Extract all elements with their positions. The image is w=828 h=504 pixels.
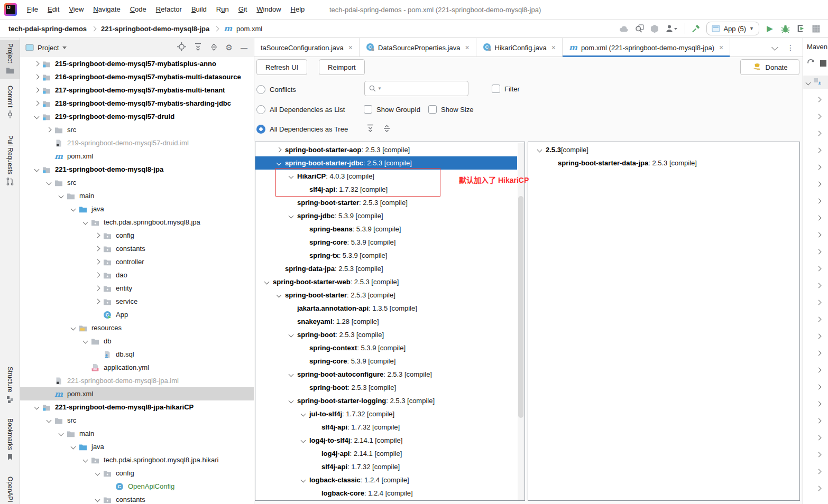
- menu-git[interactable]: Git: [234, 0, 252, 20]
- chevron-down-icon[interactable]: [284, 372, 297, 376]
- hexagon-plugin-icon[interactable]: [650, 24, 659, 33]
- chevron-right-icon[interactable]: [817, 197, 821, 204]
- chevron-right-icon[interactable]: [91, 247, 103, 250]
- dependency-row[interactable]: spring-boot : 2.5.3 [compile]: [255, 328, 517, 341]
- chevron-down-icon[interactable]: [67, 207, 79, 211]
- all-dependencies-as-list-radio[interactable]: All Dependencies as List: [256, 104, 345, 115]
- chevron-right-icon[interactable]: [817, 399, 821, 407]
- chevron-right-icon[interactable]: [91, 234, 103, 237]
- chevron-down-icon[interactable]: [533, 148, 546, 152]
- chevron-right-icon[interactable]: [31, 101, 42, 105]
- chevron-down-icon[interactable]: [272, 161, 285, 165]
- expand-all-icon[interactable]: [366, 124, 374, 134]
- chevron-right-icon[interactable]: [817, 146, 821, 154]
- dependency-search-field[interactable]: ▼: [364, 81, 468, 96]
- project-tree-row[interactable]: YMLapplication.yml: [20, 361, 254, 374]
- chevron-right-icon[interactable]: [817, 95, 821, 103]
- dependency-row[interactable]: spring-boot : 2.5.3 [compile]: [255, 381, 517, 394]
- project-tree-row[interactable]: db.sql: [20, 348, 254, 361]
- dependency-row[interactable]: spring-boot-starter-jdbc : 2.5.3 [compil…: [255, 156, 517, 170]
- chevron-right-icon[interactable]: [817, 315, 821, 323]
- project-tree-row[interactable]: mpom.xml: [20, 387, 254, 400]
- chevron-right-icon[interactable]: [91, 286, 103, 290]
- chevron-down-icon[interactable]: [91, 471, 103, 475]
- editor-tab[interactable]: CHikariConfig.java×: [476, 38, 563, 57]
- menu-refactor[interactable]: Refactor: [151, 0, 187, 20]
- dependency-row[interactable]: spring-context : 5.3.9 [compile]: [255, 341, 517, 354]
- project-tree-row[interactable]: src: [20, 414, 254, 427]
- chevron-right-icon[interactable]: [272, 148, 285, 152]
- menu-file[interactable]: File: [22, 0, 43, 20]
- build-hammer-icon[interactable]: [691, 24, 701, 33]
- dependency-row[interactable]: HikariCP : 4.0.3 [compile]: [255, 170, 517, 183]
- project-tree-row[interactable]: main: [20, 427, 254, 440]
- scrollbar-thumb[interactable]: [518, 196, 523, 418]
- project-view-chevron-icon[interactable]: [62, 46, 67, 49]
- dependency-row[interactable]: slf4j-api : 1.7.32 [compile]: [255, 421, 517, 434]
- dependency-row[interactable]: spring-data-jpa : 2.5.3 [compile]: [255, 262, 517, 275]
- close-tab-icon[interactable]: ×: [348, 43, 353, 52]
- chevron-down-icon[interactable]: [79, 220, 91, 224]
- breadcrumb-item[interactable]: pom.xml: [236, 25, 262, 33]
- project-tree-row[interactable]: main: [20, 189, 254, 202]
- sidebar-item-bookmarks[interactable]: Bookmarks: [0, 415, 20, 465]
- settings-gear-icon[interactable]: ⚙: [226, 43, 233, 52]
- editor-tab[interactable]: taSourceConfiguration.java×: [254, 38, 360, 57]
- chevron-down-icon[interactable]: [43, 418, 54, 422]
- dependency-row[interactable]: snakeyaml : 1.28 [compile]: [255, 315, 517, 328]
- all-dependencies-as-tree-radio[interactable]: All Dependencies as Tree: [256, 123, 348, 135]
- chevron-right-icon[interactable]: [817, 163, 821, 171]
- sidebar-item-commit[interactable]: Commit: [0, 82, 20, 123]
- chevron-right-icon[interactable]: [817, 112, 821, 120]
- menu-build[interactable]: Build: [187, 0, 211, 20]
- chevron-down-icon[interactable]: [297, 478, 309, 482]
- chevron-right-icon[interactable]: [817, 416, 821, 424]
- collapse-all-icon[interactable]: [210, 43, 218, 53]
- maven-root-item[interactable]: m: [803, 76, 828, 89]
- dependency-row[interactable]: spring-boot-starter-aop : 2.5.3 [compile…: [255, 143, 517, 156]
- project-tree-row[interactable]: 217-springboot-demo-mysql57-mybatis-mult…: [20, 83, 254, 97]
- chevron-down-icon[interactable]: [55, 194, 67, 198]
- hide-panel-icon[interactable]: —: [241, 44, 247, 52]
- project-tree-row[interactable]: dao: [20, 268, 254, 282]
- chevron-down-icon[interactable]: [31, 167, 42, 171]
- dependency-row[interactable]: logback-classic : 1.2.4 [compile]: [255, 473, 517, 487]
- dependency-row[interactable]: spring-tx : 5.3.9 [compile]: [255, 249, 517, 262]
- dependency-row[interactable]: log4j-to-slf4j : 2.14.1 [compile]: [255, 434, 517, 447]
- chevron-down-icon[interactable]: [67, 445, 79, 449]
- project-tree-row[interactable]: src: [20, 123, 254, 136]
- chevron-right-icon[interactable]: [817, 433, 821, 441]
- dependency-row[interactable]: log4j-api : 2.14.1 [compile]: [255, 447, 517, 460]
- dependency-row[interactable]: spring-boot-autoconfigure : 2.5.3 [compi…: [255, 368, 517, 381]
- close-tab-icon[interactable]: ×: [719, 43, 723, 52]
- usage-row[interactable]: 2.5.3 [compile]: [528, 143, 792, 156]
- stop-square-icon[interactable]: [820, 60, 826, 67]
- dependency-row[interactable]: spring-boot-starter : 2.5.3 [compile]: [255, 288, 517, 302]
- scrollbar-track[interactable]: [518, 143, 524, 500]
- breadcrumb-item[interactable]: 221-springboot-demo-mysql8-jpa: [101, 25, 209, 33]
- editor-tab[interactable]: mpom.xml (221-springboot-demo-mysql8-jpa…: [563, 38, 730, 57]
- refresh-ui-button[interactable]: Refresh UI: [256, 59, 307, 75]
- tab-options-kebab-icon[interactable]: ⋮: [787, 43, 794, 52]
- close-tab-icon[interactable]: ×: [551, 43, 556, 52]
- project-tree-row[interactable]: constants: [20, 493, 254, 504]
- project-tree-row[interactable]: resources: [20, 321, 254, 334]
- project-tree-row[interactable]: 221-springboot-demo-mysql8-jpa: [20, 163, 254, 176]
- project-tree-row[interactable]: CApp: [20, 308, 254, 321]
- chevron-right-icon[interactable]: [817, 281, 821, 289]
- dependency-row[interactable]: logback-core : 1.2.4 [compile]: [255, 487, 517, 500]
- usage-row[interactable]: spring-boot-starter-data-jpa : 2.5.3 [co…: [528, 156, 792, 170]
- hidden-tabs-chevron-icon[interactable]: [772, 43, 777, 51]
- sidebar-item-structure[interactable]: Structure: [0, 363, 20, 408]
- dependency-row[interactable]: spring-jdbc : 5.3.9 [compile]: [255, 209, 517, 222]
- chevron-down-icon[interactable]: [272, 293, 285, 297]
- menu-run[interactable]: Run: [211, 0, 234, 20]
- chevron-right-icon[interactable]: [31, 62, 42, 66]
- project-tree-row[interactable]: 216-springboot-demo-mysql57-mybatis-mult…: [20, 70, 254, 83]
- chevron-right-icon[interactable]: [817, 230, 821, 238]
- project-tree-row[interactable]: src: [20, 176, 254, 189]
- chevron-right-icon[interactable]: [817, 247, 821, 255]
- sidebar-item-pull-requests[interactable]: Pull Requests: [0, 132, 20, 190]
- reimport-button[interactable]: Reimport: [319, 59, 365, 75]
- user-account-icon[interactable]: [665, 24, 679, 33]
